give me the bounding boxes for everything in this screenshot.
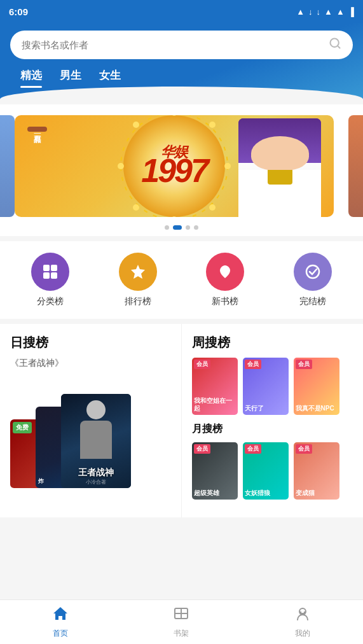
weekly-book-3-badge: 会员: [296, 360, 312, 369]
classify-icon: [31, 253, 69, 291]
banner-subtitle: 胖一点更有品: [27, 127, 48, 132]
svg-point-16: [306, 265, 319, 278]
monthly-book-2[interactable]: 会员 女妖猎狼: [243, 442, 289, 500]
weekly-book-2-title: 天行了: [245, 405, 287, 412]
nav-mine[interactable]: 我的: [242, 600, 363, 644]
svg-point-9: [133, 204, 139, 211]
svg-point-5: [118, 163, 124, 169]
svg-point-7: [133, 122, 139, 128]
category-rank[interactable]: 排行榜: [119, 253, 157, 307]
monthly-book-2-title: 女妖猎狼: [245, 489, 287, 497]
status-icons: ▲ ↓ ↓ ▲ ▲ ▐: [296, 7, 354, 17]
banner-left-peek: [0, 115, 15, 217]
complete-label: 完结榜: [299, 296, 326, 307]
signal-icon: ▲: [324, 7, 332, 17]
book-badge-free: 免费: [13, 422, 32, 433]
tab-male[interactable]: 男生: [60, 68, 81, 87]
svg-point-3: [171, 115, 177, 116]
rank-icon: [119, 253, 157, 291]
rankings-section: 日搜榜 《王者战神》 免费 炸: [0, 324, 363, 517]
svg-rect-11: [43, 265, 50, 271]
nav-home[interactable]: 首页: [0, 600, 121, 644]
banner-right-peek: [348, 115, 363, 217]
categories: 分类榜 排行榜 新书榜: [0, 241, 363, 319]
complete-icon: [294, 253, 332, 291]
banner-section: 胖一点更有品: [0, 104, 363, 236]
svg-point-10: [209, 204, 216, 211]
status-bar: 6:09 ▲ ↓ ↓ ▲ ▲ ▐: [0, 0, 363, 23]
download-icon-1: ▲: [296, 7, 305, 17]
banner-dot-4: [194, 225, 198, 230]
rank-label: 排行榜: [125, 296, 151, 307]
tab-featured[interactable]: 精选: [20, 68, 42, 87]
home-icon: [52, 605, 69, 626]
banner-character: [238, 118, 321, 217]
weekly-book-2-badge: 会员: [245, 360, 261, 369]
monthly-book-3[interactable]: 会员 变成猫: [294, 442, 339, 500]
banner-dots: [0, 225, 363, 230]
category-classify[interactable]: 分类榜: [31, 253, 69, 307]
svg-point-8: [209, 122, 216, 128]
book-cover-3[interactable]: 王者战神 小冷合著: [61, 394, 131, 488]
svg-marker-15: [131, 265, 145, 279]
svg-point-4: [171, 216, 177, 217]
download-icon-3: ↓: [317, 7, 321, 17]
weekly-book-1-badge: 会员: [194, 360, 210, 369]
banner-container: 胖一点更有品: [0, 112, 363, 220]
new-icon: [206, 253, 244, 291]
svg-line-1: [338, 46, 340, 48]
monthly-book-3-title: 变成猫: [296, 489, 338, 497]
svg-rect-13: [43, 272, 50, 279]
monthly-book-2-badge: 会员: [245, 444, 261, 454]
book-stack: 免费 炸: [10, 377, 171, 488]
search-input[interactable]: [22, 39, 322, 50]
category-complete[interactable]: 完结榜: [294, 253, 332, 307]
svg-rect-12: [51, 265, 57, 271]
mine-icon: [294, 605, 311, 626]
svg-point-6: [224, 163, 231, 169]
svg-rect-14: [51, 272, 57, 279]
home-label: 首页: [53, 628, 68, 639]
banner-dot-3: [186, 225, 190, 230]
daily-rank: 日搜榜 《王者战神》 免费 炸: [0, 324, 182, 517]
tabs-bar: 精选 男生 女生: [10, 59, 353, 87]
monthly-book-1-title: 超级英雄: [194, 489, 236, 497]
weekly-book-1[interactable]: 会员 我和空姐在一起: [192, 358, 238, 415]
daily-rank-top: 《王者战神》: [10, 358, 171, 369]
monthly-rank-title: 月搜榜: [192, 423, 353, 436]
classify-label: 分类榜: [37, 296, 64, 307]
banner-dot-2: [173, 225, 182, 230]
banner-slide[interactable]: 胖一点更有品: [15, 115, 334, 217]
daily-rank-title: 日搜榜: [10, 334, 171, 351]
monthly-books: 会员 超级英雄 会员 女妖猎狼 会员 变成猫: [192, 442, 353, 500]
main-content: 胖一点更有品: [0, 104, 363, 568]
bottom-nav: 首页 书架 我的: [0, 599, 363, 644]
category-new[interactable]: 新书榜: [206, 253, 244, 307]
banner-dot-1: [165, 225, 169, 230]
weekly-book-3[interactable]: 会员 我真不是NPC: [294, 358, 339, 415]
battery-icon: ▐: [348, 7, 354, 17]
monthly-book-1-badge: 会员: [194, 444, 210, 454]
search-icon[interactable]: [329, 37, 341, 53]
monthly-book-1[interactable]: 会员 超级英雄: [192, 442, 238, 500]
tab-female[interactable]: 女生: [99, 68, 121, 87]
header: 精选 男生 女生: [0, 23, 363, 104]
download-icon-2: ↓: [308, 7, 313, 17]
wifi-icon: ▲: [336, 7, 345, 17]
nav-shelf[interactable]: 书架: [121, 600, 242, 644]
monthly-book-3-badge: 会员: [296, 444, 312, 454]
weekly-books: 会员 我和空姐在一起 会员 天行了 会员 我真不是NPC: [192, 358, 353, 415]
shelf-icon: [173, 605, 189, 626]
weekly-book-3-title: 我真不是NPC: [296, 405, 338, 412]
weekly-rank-title: 周搜榜: [192, 334, 353, 351]
mine-label: 我的: [295, 628, 310, 639]
shelf-label: 书架: [174, 628, 189, 639]
new-label: 新书榜: [212, 296, 238, 307]
weekly-monthly-rank: 周搜榜 会员 我和空姐在一起 会员 天行了 会员 我真不是NPC: [182, 324, 364, 517]
search-bar: [10, 31, 353, 59]
weekly-book-2[interactable]: 会员 天行了: [243, 358, 289, 415]
status-time: 6:09: [9, 6, 28, 17]
weekly-book-1-title: 我和空姐在一起: [194, 397, 236, 412]
